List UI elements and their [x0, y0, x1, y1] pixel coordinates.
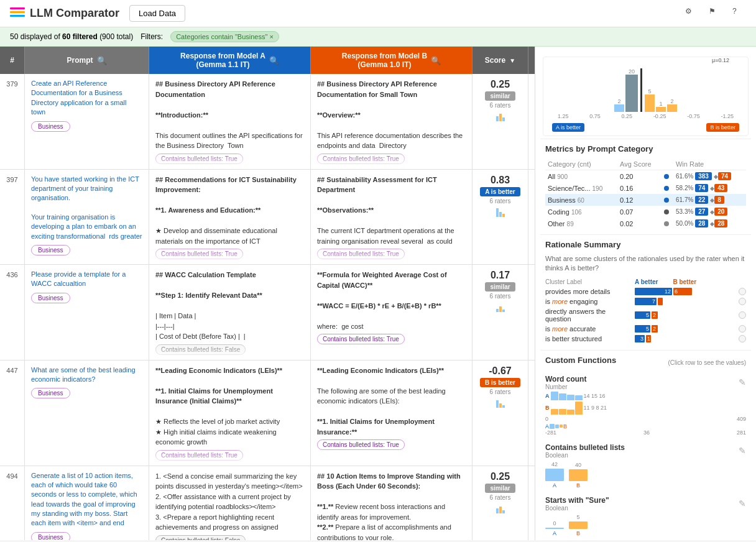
app-title: LLM Comparator: [30, 7, 119, 20]
custom-fn-sure[interactable]: Starts with "Sure" Boolean ✎ 0 A 5 B: [545, 496, 746, 536]
prompt-text[interactable]: Generate a list of 10 action items, each…: [31, 471, 142, 528]
rationale-bars: 7: [635, 298, 736, 305]
col-header-score: Score ▼: [472, 47, 528, 74]
load-data-button[interactable]: Load Data: [129, 5, 185, 22]
model-b-search-icon[interactable]: 🔍: [431, 56, 441, 65]
avg-dot: [664, 221, 669, 226]
category-badge[interactable]: Business: [31, 121, 70, 132]
metrics-row[interactable]: Coding 106 0.07 53.3% 27 ◆20: [545, 206, 746, 218]
rationale-desc: What are some clusters of the rationales…: [545, 254, 746, 273]
contains-badge-b: Contains bulleted lists: True: [317, 249, 405, 259]
main-layout: # Prompt 🔍 Response from Model A(Gemma 1…: [0, 47, 756, 540]
row-response-b[interactable]: ## 10 Action Items to Improve Standing w…: [311, 466, 472, 541]
fn-type: Boolean: [545, 452, 625, 459]
rationale-title: Rationale Summary: [545, 240, 746, 249]
metrics-row[interactable]: All 900 0.20 61.6% 383 ◆74: [545, 170, 746, 183]
row-prompt[interactable]: What are some of the best leading econom…: [25, 361, 149, 466]
fn-name: Word count: [545, 375, 586, 384]
row-prompt[interactable]: Generate a list of 10 action items, each…: [25, 466, 149, 541]
edit-icon[interactable]: ✎: [739, 377, 746, 387]
row-prompt[interactable]: Create an API Reference Documentation fo…: [25, 74, 149, 169]
rationale-row: is more accurate 5 2: [545, 325, 746, 333]
raters-count: 6 raters: [490, 102, 511, 109]
mini-chart: [496, 502, 505, 513]
logo-icon: [10, 7, 25, 20]
table-row: 397 You have started working in the ICT …: [0, 170, 535, 265]
avg-dot: [664, 174, 669, 179]
filter-chip[interactable]: Categories contain "Business" ×: [170, 31, 279, 42]
model-a-search-icon[interactable]: 🔍: [269, 56, 279, 65]
category-badge[interactable]: Business: [31, 388, 70, 398]
row-score: 0.83 A is better 6 raters: [472, 170, 528, 265]
alert-icon[interactable]: ⚑: [709, 7, 722, 21]
app-header: LLM Comparator Load Data ⚙ ⚑ ?: [0, 0, 756, 27]
category-badge[interactable]: Business: [31, 532, 70, 540]
score-sort-icon[interactable]: ▼: [509, 57, 515, 64]
app-logo: LLM Comparator: [10, 7, 119, 20]
category-badge[interactable]: Business: [31, 293, 70, 303]
fn-type: Number: [545, 384, 586, 390]
metrics-row[interactable]: Other 89 0.02 50.0% 28 ◆28: [545, 218, 746, 229]
table-header: # Prompt 🔍 Response from Model A(Gemma 1…: [0, 47, 535, 74]
table-row: 494 Generate a list of 10 action items, …: [0, 466, 535, 541]
rationale-row: is better structured 3 1: [545, 335, 746, 342]
custom-fn-word-count[interactable]: Word count Number ✎ A 14 15: [545, 375, 746, 436]
rationale-circle[interactable]: [739, 335, 746, 342]
metrics-row-business[interactable]: Business 60 0.12 61.7% 22 ◆8: [545, 194, 746, 206]
rationale-row: provides more details 12 6: [545, 288, 746, 295]
filters-label: Filters:: [141, 32, 163, 41]
table-row: 436 Please provide a template for a WACC…: [0, 265, 535, 361]
help-icon[interactable]: ?: [732, 7, 746, 21]
contains-badge-a: Contains bulleted lists: True: [155, 450, 243, 461]
row-response-b[interactable]: **Formula for Weighted Average Cost of C…: [311, 265, 472, 360]
row-response-a[interactable]: ## Business Directory API Reference Docu…: [149, 74, 311, 169]
col-header-model-a: Response from Model A(Gemma 1.1 IT) 🔍: [149, 47, 311, 74]
category-badge[interactable]: Business: [31, 245, 70, 255]
header-icons: ⚙ ⚑ ?: [685, 7, 746, 21]
score-badge: B is better: [480, 378, 520, 387]
response-text-b: ## 10 Action Items to Improve Standing w…: [317, 471, 466, 541]
prompt-search-icon[interactable]: 🔍: [97, 56, 107, 65]
row-response-b[interactable]: ## Sustainability Assessment for ICT Dep…: [311, 170, 472, 265]
rationale-circle[interactable]: [739, 298, 746, 305]
settings-icon[interactable]: ⚙: [685, 7, 699, 21]
rationale-circle[interactable]: [739, 325, 746, 333]
rationale-bars: 3 1: [635, 335, 736, 342]
response-text-b: **Leading Economic Indicators (LEIs)** T…: [317, 365, 466, 438]
prompt-text[interactable]: You have started working in the ICT depa…: [31, 175, 142, 242]
row-score: 0.17 similar 6 raters: [472, 265, 528, 360]
custom-fn-bulleted[interactable]: Contains bulleted lists Boolean ✎ 42 A 4…: [545, 443, 746, 489]
row-response-b[interactable]: **Leading Economic Indicators (LEIs)** T…: [311, 361, 472, 466]
contains-badge-a: Contains bulleted lists: False: [155, 344, 246, 355]
row-response-a[interactable]: ## Recommendations for ICT Sustainabilit…: [149, 170, 311, 265]
table-row: 447 What are some of the best leading ec…: [0, 361, 535, 466]
row-score: 0.25 similar 6 raters: [472, 466, 528, 541]
fn-name: Contains bulleted lists: [545, 443, 625, 452]
avg-dot: [664, 186, 669, 191]
response-text-a: ## Recommendations for ICT Sustainabilit…: [155, 175, 304, 247]
rationale-circle[interactable]: [739, 311, 746, 319]
response-text-b: ## Sustainability Assessment for ICT Dep…: [317, 175, 466, 247]
contains-badge-b: Contains bulleted lists: True: [317, 439, 405, 450]
response-text-b: ## Business Directory API Reference Docu…: [317, 79, 466, 151]
prompt-text[interactable]: Please provide a template for a WACC cal…: [31, 270, 142, 289]
row-response-a[interactable]: **Leading Economic Indicators (LEIs)** *…: [149, 361, 311, 466]
col-header-num: #: [0, 47, 25, 74]
row-prompt[interactable]: You have started working in the ICT depa…: [25, 170, 149, 265]
prompt-text[interactable]: What are some of the best leading econom…: [31, 365, 142, 385]
edit-icon[interactable]: ✎: [739, 446, 746, 456]
score-distribution: μ=0.12 2 20: [540, 52, 751, 139]
metrics-row[interactable]: Science/Tec... 190 0.16 58.2% 74 ◆43: [545, 182, 746, 194]
row-prompt[interactable]: Please provide a template for a WACC cal…: [25, 265, 149, 360]
row-response-a[interactable]: 1. <Send a concise email summarizing the…: [149, 466, 311, 541]
prompt-text[interactable]: Create an API Reference Documentation fo…: [31, 79, 142, 117]
rationale-bars: 12 6: [635, 288, 736, 295]
rationale-circle[interactable]: [739, 288, 746, 295]
edit-icon[interactable]: ✎: [739, 498, 746, 508]
row-response-a[interactable]: ## WACC Calculation Template **Step 1: I…: [149, 265, 311, 360]
row-response-b[interactable]: ## Business Directory API Reference Docu…: [311, 74, 472, 169]
avg-dot: [664, 198, 669, 203]
col-header-model-b: Response from Model B(Gemma 1.0 IT) 🔍: [311, 47, 472, 74]
col-avg: Avg Score: [617, 158, 662, 170]
label-a-better: A is better: [552, 123, 584, 132]
